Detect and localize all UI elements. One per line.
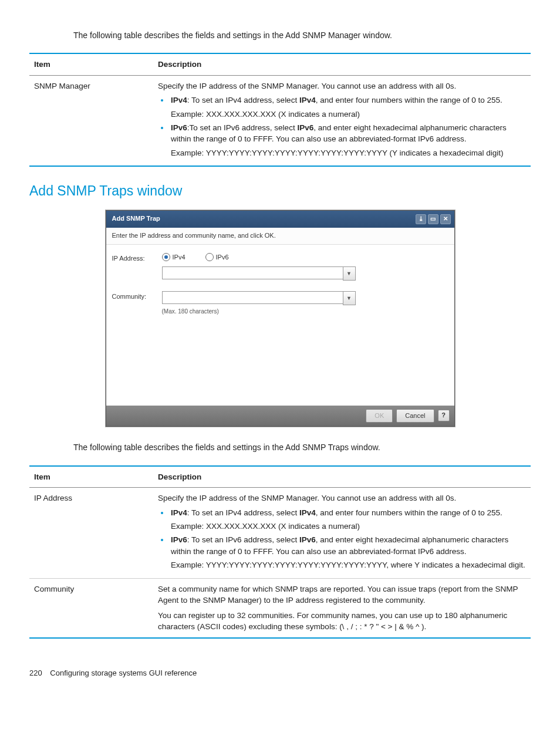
restore-icon[interactable]: ⤓ (416, 214, 426, 224)
ipv6-radio[interactable]: IPv6 (205, 253, 229, 262)
cell-desc: Specify the IP address of the SNMP Manag… (153, 488, 531, 578)
ipv6-example: Example: YYYY:YYYY:YYYY:YYYY:YYYY:YYYY:Y… (171, 559, 526, 571)
cell-item: Community (29, 578, 153, 638)
chapter-title: Configuring storage systems GUI referenc… (50, 669, 197, 677)
community-label: Community: (112, 291, 162, 302)
ipv4-bullet: IPv4: To set an IPv4 address, select IPv… (170, 507, 526, 532)
intro-text-1: The following table describes the fields… (73, 29, 531, 41)
chevron-down-icon[interactable]: ▼ (343, 266, 356, 281)
ip-address-combo[interactable]: ▼ (162, 266, 356, 281)
intro-text-2: The following table describes the fields… (73, 441, 531, 453)
desc-intro: Specify the IP address of the SNMP Manag… (158, 492, 526, 504)
community-hint: (Max. 180 characters) (162, 308, 448, 316)
community-input[interactable] (162, 291, 343, 304)
cell-desc: Specify the IP address of the SNMP Manag… (153, 75, 531, 166)
ipv6-bullet: IPv6: To set an IPv6 address, select IPv… (170, 534, 526, 571)
page-number: 220 (29, 668, 42, 679)
help-button[interactable]: ? (438, 410, 450, 421)
ipv6-bullet: IPv6:To set an IPv6 address, select IPv6… (170, 121, 526, 159)
dialog-subtitle: Enter the IP address and community name,… (106, 228, 454, 245)
th-item: Item (29, 466, 153, 488)
radio-selected-icon (162, 253, 170, 261)
table-snmp-manager: Item Description SNMP Manager Specify th… (29, 53, 531, 167)
ip-address-input[interactable] (162, 266, 343, 279)
ipv4-example: Example: XXX.XXX.XXX.XXX (X indicates a … (171, 109, 526, 120)
ipv4-example: Example: XXX.XXX.XXX.XXX (X indicates a … (171, 521, 526, 532)
cancel-button[interactable]: Cancel (396, 409, 434, 423)
dialog-title: Add SNMP Trap (112, 214, 160, 224)
cell-desc: Set a community name for which SNMP trap… (153, 578, 531, 638)
chevron-down-icon[interactable]: ▼ (343, 291, 356, 305)
ipv4-bullet: IPv4: To set an IPv4 address, select IPv… (170, 94, 526, 120)
th-item: Item (29, 53, 153, 75)
radio-unselected-icon (205, 253, 214, 261)
page-footer: 220 Configuring storage systems GUI refe… (29, 668, 531, 679)
ipv6-example: Example: YYYY:YYYY:YYYY:YYYY:YYYY:YYYY:Y… (171, 147, 526, 159)
th-desc: Description (153, 53, 531, 75)
ip-address-label: IP Address: (112, 253, 162, 264)
community-combo[interactable]: ▼ (162, 291, 356, 305)
desc-intro: Specify the IP address of the SNMP Manag… (158, 80, 526, 92)
community-desc-1: Set a community name for which SNMP trap… (158, 583, 526, 606)
table-row: IP Address Specify the IP address of the… (29, 488, 531, 578)
ipv4-radio[interactable]: IPv4 (162, 253, 185, 262)
ok-button[interactable]: OK (366, 409, 393, 423)
cell-item: IP Address (29, 488, 153, 578)
community-desc-2: You can register up to 32 communities. F… (158, 610, 526, 633)
th-desc: Description (153, 466, 531, 488)
maximize-icon[interactable]: ▭ (428, 214, 438, 224)
table-snmp-traps: Item Description IP Address Specify the … (29, 465, 531, 639)
section-heading: Add SNMP Traps window (29, 181, 531, 201)
table-row: SNMP Manager Specify the IP address of t… (29, 75, 531, 166)
table-row: Community Set a community name for which… (29, 578, 531, 638)
close-icon[interactable]: ✕ (440, 214, 451, 224)
cell-item: SNMP Manager (29, 75, 153, 166)
add-snmp-trap-dialog: Add SNMP Trap ⤓ ▭ ✕ Enter the IP address… (106, 210, 455, 427)
